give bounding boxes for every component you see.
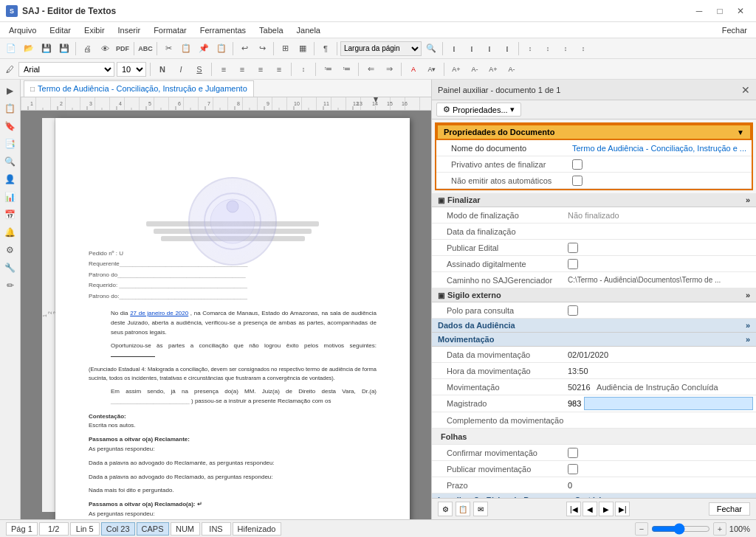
status-ins[interactable]: INS <box>202 522 231 536</box>
document-scroll-area[interactable]: 12345 6789 10 <box>21 111 431 519</box>
cut-button[interactable]: ✂ <box>160 41 176 57</box>
col-btn4[interactable]: ⫿ <box>499 41 515 57</box>
save2-button[interactable]: 💾 <box>56 41 72 57</box>
zoom-slider[interactable] <box>651 523 710 535</box>
table-button[interactable]: ⊞ <box>277 41 293 57</box>
font-color-button[interactable]: A▾ <box>424 61 440 77</box>
sidebar-icon-2[interactable]: 📋 <box>2 100 18 117</box>
font-size-sm2[interactable]: A- <box>504 61 520 77</box>
zoom-out-button[interactable]: − <box>635 522 648 536</box>
sidebar-icon-12[interactable]: ✏ <box>2 277 18 294</box>
italic-button[interactable]: I <box>173 61 189 77</box>
sidebar-icon-6[interactable]: 👤 <box>2 171 18 187</box>
fechar-panel-button[interactable]: Fechar <box>709 502 750 516</box>
finalizar-header[interactable]: ▣ Finalizar » <box>432 193 756 207</box>
tb-extra1[interactable]: ↕ <box>522 41 538 57</box>
highlight-button[interactable]: A <box>405 61 422 77</box>
styles-dropdown-btn[interactable]: 🖊 <box>3 61 16 77</box>
pdf-button[interactable]: PDF <box>114 41 131 57</box>
maximize-button[interactable]: □ <box>710 4 729 18</box>
align-justify-button[interactable]: ≡ <box>271 61 287 77</box>
nav-last-button[interactable]: ▶| <box>615 502 630 516</box>
underline-button[interactable]: S <box>191 61 207 77</box>
para-button[interactable]: ¶ <box>317 41 334 57</box>
prop-pub-edital-checkbox[interactable] <box>568 243 578 253</box>
status-num[interactable]: NUM <box>171 522 200 536</box>
print-button[interactable]: 🖨 <box>79 41 95 57</box>
sidebar-icon-1[interactable]: ▶ <box>2 83 18 99</box>
save-button[interactable]: 💾 <box>38 41 55 57</box>
nav-first-button[interactable]: |◀ <box>566 502 581 516</box>
sidebar-icon-7[interactable]: 📊 <box>2 189 18 205</box>
open-button[interactable]: 📂 <box>21 41 37 57</box>
align-left-button[interactable]: ≡ <box>216 61 232 77</box>
width-dropdown[interactable]: Largura da págin <box>340 41 422 56</box>
status-hifenizado[interactable]: Hifenizado <box>233 522 281 536</box>
fechar-button[interactable]: Fechar <box>716 24 753 36</box>
sidebar-icon-8[interactable]: 📅 <box>2 207 18 223</box>
bullets-button[interactable]: ≔ <box>320 61 336 77</box>
menu-arquivo[interactable]: Arquivo <box>3 24 42 36</box>
movimentacao-header[interactable]: Movimentação » <box>432 333 756 347</box>
prop-assinado-checkbox[interactable] <box>568 259 578 269</box>
menu-ferramentas[interactable]: Ferramentas <box>194 24 252 36</box>
tb-extra2[interactable]: ↕ <box>540 41 556 57</box>
status-caps[interactable]: CAPS <box>137 522 169 536</box>
align-right-button[interactable]: ≡ <box>252 61 269 77</box>
table2-button[interactable]: ▦ <box>295 41 311 57</box>
menu-janela[interactable]: Janela <box>291 24 326 36</box>
indent-button[interactable]: ⇒ <box>381 61 397 77</box>
menu-tabela[interactable]: Tabela <box>253 24 289 36</box>
document-tab[interactable]: □ Termo de Audiência - Conciliação, Inst… <box>24 80 254 97</box>
sidebar-icon-10[interactable]: ⚙ <box>2 242 18 258</box>
undo-button[interactable]: ↩ <box>236 41 252 57</box>
zoom-in-button[interactable]: + <box>713 522 726 536</box>
tb-extra4[interactable]: ↕ <box>575 41 591 57</box>
close-button[interactable]: ✕ <box>731 4 750 18</box>
minimize-button[interactable]: ─ <box>690 4 709 18</box>
paste2-button[interactable]: 📋 <box>213 41 230 57</box>
sidebar-icon-4[interactable]: 📑 <box>2 136 18 152</box>
prop-polo-checkbox[interactable] <box>568 305 578 316</box>
font-size-lg[interactable]: A+ <box>448 61 464 77</box>
menu-editar[interactable]: Editar <box>44 24 77 36</box>
font-size-lg2[interactable]: A+ <box>485 61 501 77</box>
doc-properties-header[interactable]: Propriedades do Documento ▼ <box>436 124 752 140</box>
sigilo-header[interactable]: ▣ Sigilo externo » <box>432 288 756 302</box>
new-doc-button[interactable]: 📄 <box>3 41 19 57</box>
align-center-button[interactable]: ≡ <box>234 61 250 77</box>
panel-nav-btn3[interactable]: ✉ <box>473 502 488 516</box>
nav-next-button[interactable]: ▶ <box>599 502 614 516</box>
nav-prev-button[interactable]: ◀ <box>583 502 597 516</box>
zoom-search-button[interactable]: 🔍 <box>423 41 439 57</box>
col-btn3[interactable]: ⫿ <box>481 41 498 57</box>
redo-button[interactable]: ↪ <box>254 41 270 57</box>
outdent-button[interactable]: ⇐ <box>362 61 379 77</box>
sidebar-icon-11[interactable]: 🔧 <box>2 260 18 276</box>
menu-formatar[interactable]: Formatar <box>148 24 193 36</box>
tb-extra3[interactable]: ↕ <box>557 41 574 57</box>
panel-nav-btn1[interactable]: ⚙ <box>438 502 453 516</box>
paste-button[interactable]: 📌 <box>196 41 212 57</box>
sidebar-icon-9[interactable]: 🔔 <box>2 224 18 240</box>
prop-nao-emitir-checkbox[interactable] <box>572 176 583 186</box>
prop-confirmar-mov-checkbox[interactable] <box>568 448 578 458</box>
prop-magistrado-input[interactable] <box>584 397 753 410</box>
panel-nav-btn2[interactable]: 📋 <box>456 502 470 516</box>
dados-audiencia-header[interactable]: Dados da Audiência » <box>432 319 756 333</box>
fontsize-selector[interactable]: 10 <box>117 62 146 77</box>
line-spacing-button[interactable]: ↕ <box>295 61 312 77</box>
sidebar-icon-3[interactable]: 🔖 <box>2 118 18 134</box>
font-selector[interactable]: Arial <box>18 62 114 77</box>
col-btn1[interactable]: ⫿ <box>446 41 462 57</box>
menu-exibir[interactable]: Exibir <box>78 24 111 36</box>
bold-button[interactable]: N <box>154 61 171 77</box>
prop-privativo-checkbox[interactable] <box>572 159 583 170</box>
prop-publicar-mov-checkbox[interactable] <box>568 464 578 474</box>
properties-dropdown-button[interactable]: ⚙ Propriedades... ▾ <box>436 103 521 117</box>
col-btn2[interactable]: ⫿ <box>464 41 480 57</box>
numbering-button[interactable]: ≔ <box>338 61 354 77</box>
copy-button[interactable]: 📋 <box>178 41 194 57</box>
document-page[interactable]: Pedido nº : U Requerente________________… <box>55 118 410 519</box>
menu-inserir[interactable]: Inserir <box>112 24 147 36</box>
